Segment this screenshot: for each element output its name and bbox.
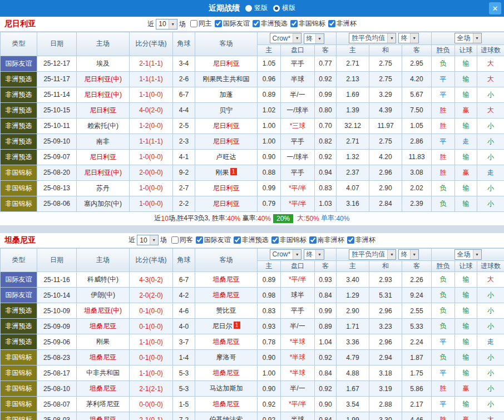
away-team-cell[interactable]: 尼日利亚 xyxy=(195,180,258,196)
odds-stage-select[interactable]: 终 ▼ xyxy=(304,249,324,260)
checkbox-input[interactable] xyxy=(215,20,222,27)
team-label: 科威特(中) xyxy=(87,275,118,283)
match-date-cell: 25-08-03 xyxy=(37,412,77,420)
away-team-cell[interactable]: 坦桑尼亚 xyxy=(195,397,258,412)
avg-type-select[interactable]: 胜平负均值 ▼ xyxy=(349,33,396,43)
handicap-cell: 一/球半 xyxy=(281,149,315,165)
close-button[interactable]: ✕ xyxy=(489,2,501,14)
home-team-cell[interactable]: 尼日利亚(中) xyxy=(77,87,130,102)
away-team-cell[interactable]: 刚果民主共和国 xyxy=(195,71,258,87)
away-team-cell[interactable]: 坦桑尼亚 xyxy=(195,272,258,288)
view-mode-option[interactable]: 竖版 xyxy=(245,3,268,13)
checkbox-input[interactable] xyxy=(234,236,241,244)
filter-checkbox-option[interactable]: 非国锦标 xyxy=(271,235,307,245)
avg-draw-cell: 5.31 xyxy=(369,288,402,303)
checkbox-input[interactable] xyxy=(190,20,197,27)
checkbox-input[interactable] xyxy=(196,236,203,244)
filter-checkbox-option[interactable]: 非洲预选 xyxy=(234,235,269,245)
radio-selected-icon[interactable] xyxy=(273,5,280,12)
home-team-cell[interactable]: 伊朗(中) xyxy=(77,288,130,303)
checkbox-input[interactable] xyxy=(290,20,298,27)
home-team-cell[interactable]: 尼日利亚(中) xyxy=(77,165,130,180)
filter-checkbox-option[interactable]: 同主 xyxy=(190,19,212,28)
home-team-cell[interactable]: 埃及 xyxy=(77,56,130,71)
radio-unselected-icon[interactable] xyxy=(245,5,252,12)
away-team-cell[interactable]: 伯基纳法索 xyxy=(195,412,258,420)
home-team-cell[interactable]: 茅利塔尼亚 xyxy=(77,397,130,412)
checkbox-input[interactable] xyxy=(347,236,354,244)
avg-stage-select[interactable]: 终 ▼ xyxy=(398,33,419,43)
odds-home-cell: 0.78 xyxy=(258,334,281,350)
away-team-cell[interactable]: 马达加斯加 xyxy=(195,381,258,397)
odds-home-cell: 0.83 xyxy=(258,303,281,319)
away-team-cell[interactable]: 贝宁 xyxy=(195,102,258,118)
matches-table: 类型 日期 主场 比分(半场) 角球 客场 Crow* ▼ 终 ▼ xyxy=(0,32,504,212)
checkbox-input[interactable] xyxy=(328,20,335,27)
home-team-cell[interactable]: 苏丹 xyxy=(77,180,130,196)
filter-checkbox-option[interactable]: 国际友谊 xyxy=(215,19,250,28)
match-row: 国际友谊 25-10-14 伊朗(中) 2-0(2-0) 4-2 坦桑尼亚 0.… xyxy=(1,288,504,303)
avg-home-cell: 4.79 xyxy=(337,350,369,365)
odds-company-select[interactable]: Crow* ▼ xyxy=(270,249,302,260)
avg-stage-select[interactable]: 终 ▼ xyxy=(398,249,419,260)
checkbox-input[interactable] xyxy=(253,20,260,27)
away-team-cell[interactable]: 赞比亚 xyxy=(195,303,258,319)
match-row: 非洲预选 25-10-09 坦桑尼亚(中) 0-1(0-0) 4-6 赞比亚 0… xyxy=(1,303,504,319)
home-team-cell[interactable]: 刚果 xyxy=(77,334,130,350)
filter-checkbox-option[interactable]: 非国锦标 xyxy=(290,19,325,28)
avg-draw-cell: 2.96 xyxy=(369,334,402,350)
team-label: 坦桑尼亚 xyxy=(90,353,116,361)
home-team-cell[interactable]: 尼日利亚(中) xyxy=(77,71,130,87)
match-date-cell: 25-11-16 xyxy=(37,272,77,288)
odds-stage-select[interactable]: 终 ▼ xyxy=(304,33,324,44)
away-team-cell[interactable]: 卢旺达 xyxy=(195,149,258,165)
handicap-cell: 半/一 xyxy=(281,319,315,334)
col-corner: 角球 xyxy=(173,248,195,272)
view-mode-option[interactable]: 横版 xyxy=(273,3,295,13)
home-team-cell[interactable]: 中非共和国 xyxy=(77,365,130,381)
team-label: 加蓬 xyxy=(220,91,233,98)
match-row: 非国锦标 25-08-06 塞内加尔(中) 1-0(0-0) 2-2 尼日利亚 … xyxy=(1,196,504,211)
home-team-cell[interactable]: 尼日利亚 xyxy=(77,102,130,118)
checkbox-input[interactable] xyxy=(309,236,317,244)
filter-checkbox-option[interactable]: 同客 xyxy=(171,235,193,245)
home-team-cell[interactable]: 尼日利亚 xyxy=(77,149,130,165)
home-team-cell[interactable]: 坦桑尼亚 xyxy=(77,319,130,334)
match-type-cell: 国际友谊 xyxy=(1,272,37,288)
filter-checkbox-option[interactable]: 南非洲杯 xyxy=(309,235,344,245)
away-team-cell[interactable]: 坦桑尼亚 xyxy=(195,334,258,350)
filter-checkbox-option[interactable]: 非洲预选 xyxy=(253,19,288,28)
home-team-cell[interactable]: 坦桑尼亚 xyxy=(77,381,130,397)
home-team-cell[interactable]: 坦桑尼亚 xyxy=(77,350,130,365)
away-team-cell[interactable]: 尼日利亚 xyxy=(195,118,258,134)
away-team-cell[interactable]: 坦桑尼亚 xyxy=(195,365,258,381)
checkbox-input[interactable] xyxy=(171,236,179,244)
away-team-cell[interactable]: 尼日利亚 xyxy=(195,56,258,71)
home-team-cell[interactable]: 坦桑尼亚(中) xyxy=(77,303,130,319)
scope-select[interactable]: 全场 ▼ xyxy=(454,33,482,43)
away-team-cell[interactable]: 尼日利亚 xyxy=(195,196,258,211)
avg-type-select[interactable]: 胜平负均值 ▼ xyxy=(349,249,396,260)
filter-checkbox-option[interactable]: 非洲杯 xyxy=(347,235,375,245)
result-handicap-cell: 输 xyxy=(455,350,477,365)
odds-stage-value: 终 xyxy=(307,250,313,259)
scope-select[interactable]: 全场 ▼ xyxy=(454,249,482,260)
home-team-cell[interactable]: 塞内加尔(中) xyxy=(77,196,130,211)
filter-checkbox-option[interactable]: 非洲杯 xyxy=(328,19,357,28)
home-team-cell[interactable]: 科威特(中) xyxy=(77,272,130,288)
away-team-cell[interactable]: 坦桑尼亚 xyxy=(195,288,258,303)
checkbox-input[interactable] xyxy=(271,236,279,244)
home-team-cell[interactable]: 赖索托(中) xyxy=(77,118,130,134)
odds-company-select[interactable]: Crow* ▼ xyxy=(270,33,302,43)
match-count-select[interactable]: 10 ▼ xyxy=(137,235,158,245)
away-team-cell[interactable]: 摩洛哥 xyxy=(195,350,258,365)
away-team-cell[interactable]: 加蓬 xyxy=(195,87,258,102)
home-team-cell[interactable]: 坦桑尼亚 xyxy=(77,412,130,420)
home-team-cell[interactable]: 南非 xyxy=(77,134,130,149)
away-team-cell[interactable]: 尼日利亚 xyxy=(195,134,258,149)
match-count-select[interactable]: 10 ▼ xyxy=(156,19,177,29)
team-label: 马达加斯加 xyxy=(210,384,243,392)
away-team-cell[interactable]: 尼日尔1 xyxy=(195,319,258,334)
away-team-cell[interactable]: 刚果1 xyxy=(195,165,258,180)
filter-checkbox-option[interactable]: 国际友谊 xyxy=(196,235,231,245)
